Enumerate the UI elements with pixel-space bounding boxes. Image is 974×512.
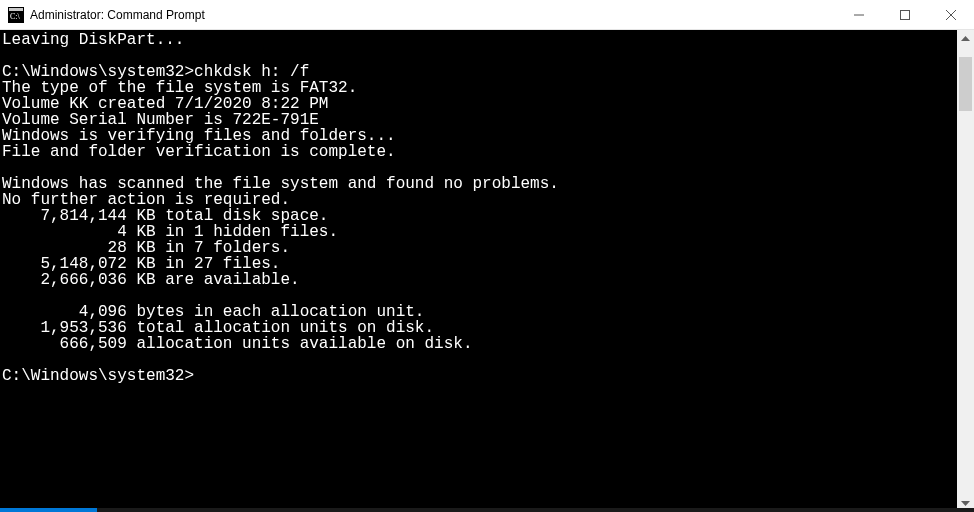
cmd-icon: C:\ xyxy=(8,7,24,23)
scroll-thumb[interactable] xyxy=(959,57,972,111)
svg-marker-8 xyxy=(961,501,970,506)
taskbar-sliver xyxy=(0,508,974,512)
scroll-up-arrow-icon[interactable] xyxy=(957,30,974,47)
close-button[interactable] xyxy=(928,0,974,29)
window-title: Administrator: Command Prompt xyxy=(30,8,836,22)
console-area: Leaving DiskPart... C:\Windows\system32>… xyxy=(0,30,974,512)
minimize-button[interactable] xyxy=(836,0,882,29)
titlebar[interactable]: C:\ Administrator: Command Prompt xyxy=(0,0,974,30)
vertical-scrollbar[interactable] xyxy=(957,30,974,512)
console-output[interactable]: Leaving DiskPart... C:\Windows\system32>… xyxy=(0,30,957,512)
svg-text:C:\: C:\ xyxy=(10,12,21,21)
svg-rect-4 xyxy=(901,10,910,19)
svg-rect-1 xyxy=(9,8,23,11)
window-controls xyxy=(836,0,974,29)
svg-marker-7 xyxy=(961,36,970,41)
maximize-button[interactable] xyxy=(882,0,928,29)
